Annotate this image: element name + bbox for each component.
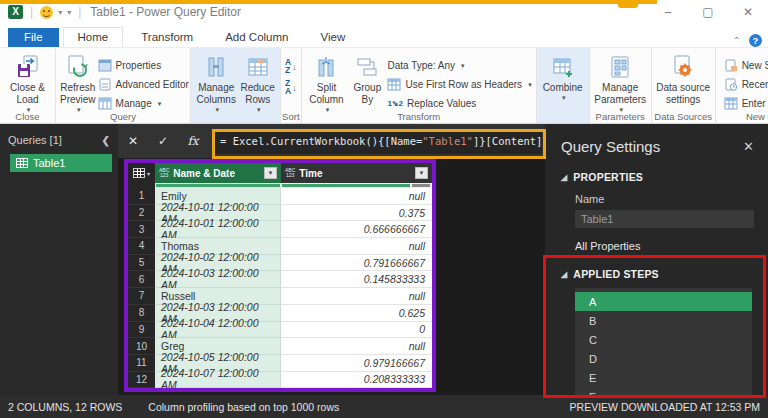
row-number[interactable]: 8 [128, 305, 155, 322]
filter-dropdown-icon[interactable]: ▼ [415, 167, 428, 179]
close-and-load-button[interactable]: Close & Load [4, 51, 51, 114]
refresh-preview-label: Refresh Preview [60, 82, 96, 106]
close-and-load-label: Close & Load [4, 82, 51, 106]
smiley-icon[interactable] [40, 6, 53, 19]
manage-button[interactable]: Manage [98, 95, 189, 112]
name-input[interactable]: Table1 [575, 210, 754, 228]
status-preview-downloaded: PREVIEW DOWNLOADED AT 12:53 PM [570, 401, 760, 413]
enter-data-button[interactable]: Enter Data [724, 95, 768, 112]
tab-add-column[interactable]: Add Column [211, 28, 302, 47]
group-label-new-query: New Query [716, 111, 768, 122]
cell-time[interactable]: null [281, 338, 432, 355]
recent-sources-label: Recent Sources [742, 79, 768, 90]
cell-time[interactable]: 0.791666667 [281, 255, 432, 272]
column-header-name-date[interactable]: ABC123 Name & Date ▼ [155, 163, 281, 183]
table-row[interactable]: 32024-10-01 12:00:00 AM0.666666667 [128, 221, 432, 238]
applied-steps-section-header[interactable]: ◢ APPLIED STEPS [545, 252, 768, 280]
row-number[interactable]: 5 [128, 255, 155, 272]
cell-name-date[interactable]: 2024-10-01 12:00:00 AM [155, 221, 281, 238]
applied-step-c[interactable]: C [575, 330, 752, 349]
cell-name-date[interactable]: 2024-10-03 12:00:00 AM [155, 271, 281, 288]
row-number[interactable]: 6 [128, 271, 155, 288]
data-type-button[interactable]: Data Type: Any [387, 57, 531, 74]
tab-view[interactable]: View [307, 28, 360, 47]
manage-parameters-button[interactable]: Manage Parameters [594, 51, 647, 114]
properties-button[interactable]: Properties [98, 57, 189, 74]
new-source-button[interactable]: New Source [724, 57, 768, 74]
data-type-label: Data Type: Any [387, 60, 455, 71]
applied-step-a[interactable]: A [575, 292, 752, 311]
column-type-icon[interactable]: ABC123 [285, 168, 295, 178]
row-number[interactable]: 1 [128, 188, 155, 205]
refresh-icon [66, 55, 90, 79]
minimize-button[interactable]: – [648, 0, 688, 24]
cell-time[interactable]: 0.208333333 [281, 372, 432, 389]
manage-columns-icon [204, 55, 228, 79]
query-item-table1[interactable]: Table1 [10, 154, 112, 172]
use-first-row-as-headers-button[interactable]: Use First Row as Headers [387, 76, 531, 93]
discard-formula-icon[interactable]: ✕ [118, 134, 148, 148]
cell-time[interactable]: 0 [281, 322, 432, 339]
group-by-button[interactable]: Group By [349, 51, 385, 106]
column-header-time[interactable]: ABC123 Time ▼ [281, 163, 432, 183]
row-number[interactable]: 11 [128, 355, 155, 372]
combine-button[interactable]: Combine [541, 51, 585, 102]
table-row[interactable]: 122024-10-07 12:00:00 AM0.208333333 [128, 372, 432, 389]
ribbon-tabs: FileHomeTransformAdd ColumnView [0, 24, 768, 47]
applied-step-d[interactable]: D [575, 349, 752, 368]
commit-formula-icon[interactable]: ✓ [148, 134, 178, 148]
row-number[interactable]: 9 [128, 322, 155, 339]
formula-input[interactable]: = Excel.CurrentWorkbook(){[Name="Table1"… [212, 129, 542, 154]
cell-name-date[interactable]: 2024-10-07 12:00:00 AM [155, 372, 281, 389]
cell-time[interactable]: 0.375 [281, 205, 432, 222]
row-number[interactable]: 10 [128, 338, 155, 355]
cell-time[interactable]: 0.979166667 [281, 355, 432, 372]
applied-step-e[interactable]: E [575, 368, 752, 387]
caret-down-icon[interactable]: ▾ [58, 8, 62, 17]
table-row[interactable]: 92024-10-04 12:00:00 AM0 [128, 322, 432, 339]
collapse-pane-icon[interactable]: ❮ [102, 135, 110, 146]
row-number[interactable]: 4 [128, 238, 155, 255]
properties-section-header[interactable]: ◢ PROPERTIES [545, 155, 768, 183]
row-number[interactable]: 12 [128, 372, 155, 389]
row-number[interactable]: 3 [128, 221, 155, 238]
close-pane-icon[interactable]: ✕ [743, 139, 754, 154]
table-row[interactable]: 62024-10-03 12:00:00 AM0.145833333 [128, 271, 432, 288]
replace-values-button[interactable]: 1⇘2 Replace Values [387, 95, 531, 112]
recent-sources-button[interactable]: Recent Sources [724, 76, 768, 93]
collapse-ribbon-icon[interactable]: ⌃ [733, 35, 741, 46]
qat-customize-caret-icon[interactable]: ▾ [67, 8, 71, 17]
manage-columns-button[interactable]: Manage Columns [195, 51, 237, 114]
help-icon[interactable]: ? [749, 34, 762, 47]
select-all-corner[interactable]: ▾ [128, 163, 155, 183]
maximize-button[interactable]: ▢ [688, 0, 728, 24]
sort-ascending-button[interactable]: AZ↓ [285, 59, 297, 74]
row-number[interactable]: 2 [128, 205, 155, 222]
tab-home[interactable]: Home [63, 27, 124, 47]
query-item-label: Table1 [33, 157, 65, 169]
cell-time[interactable]: 0.625 [281, 305, 432, 322]
advanced-editor-button[interactable]: Advanced Editor [98, 76, 189, 93]
cell-time[interactable]: 0.666666667 [281, 221, 432, 238]
sort-descending-button[interactable]: ZA↓ [285, 80, 297, 95]
cell-time[interactable]: null [281, 288, 432, 305]
applied-step-b[interactable]: B [575, 311, 752, 330]
cell-time[interactable]: null [281, 188, 432, 205]
fx-icon: fx [178, 134, 208, 148]
reduce-rows-button[interactable]: Reduce Rows [239, 51, 276, 114]
cell-name-date[interactable]: 2024-10-04 12:00:00 AM [155, 322, 281, 339]
tab-file[interactable]: File [8, 28, 59, 47]
close-button[interactable]: ✕ [728, 0, 768, 24]
status-profiling[interactable]: Column profiling based on top 1000 rows [148, 401, 339, 413]
tab-transform[interactable]: Transform [127, 28, 207, 47]
filter-dropdown-icon[interactable]: ▼ [264, 167, 277, 179]
cell-time[interactable]: 0.145833333 [281, 271, 432, 288]
refresh-preview-button[interactable]: Refresh Preview [60, 51, 96, 114]
row-number[interactable]: 7 [128, 288, 155, 305]
column-type-icon[interactable]: ABC123 [159, 168, 169, 178]
data-source-settings-button[interactable]: Data source settings [656, 51, 711, 106]
cell-time[interactable]: null [281, 238, 432, 255]
split-column-button[interactable]: Split Column [306, 51, 348, 114]
all-properties-link[interactable]: All Properties [545, 228, 768, 252]
group-label-close: Close [0, 111, 55, 122]
